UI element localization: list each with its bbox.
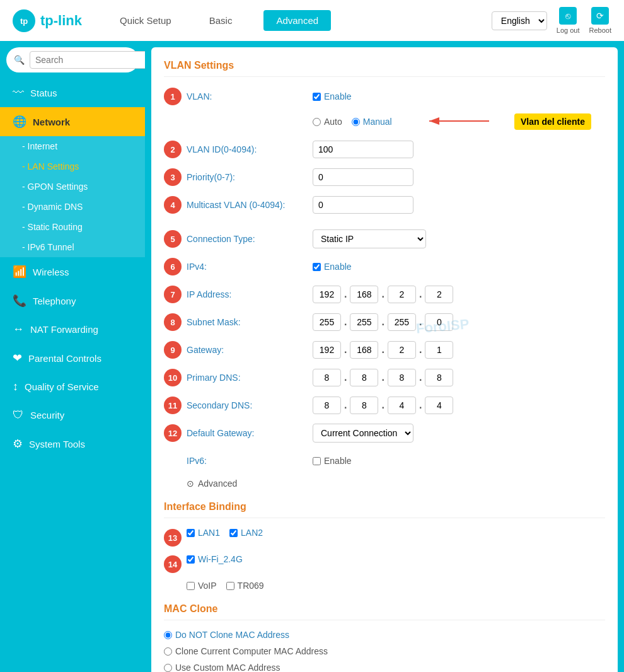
logout-button[interactable]: ⎋ Log out [557,7,580,34]
sidebar-item-network[interactable]: 🌐 Network [0,107,145,136]
sidebar-item-parental-controls[interactable]: ❤ Parental Controls [0,344,145,373]
default-gateway-select[interactable]: Current Connection [313,424,413,443]
mask-oct4[interactable] [425,313,453,331]
mac-do-not-clone-radio[interactable] [164,631,172,639]
header-right: English ⎋ Log out ⟳ Reboot [492,7,611,34]
ip-oct1[interactable] [313,286,341,303]
priority-value [313,168,605,186]
sidebar-item-telephony[interactable]: 📞 Telephony [0,286,145,315]
submenu-ipv6-tunnel[interactable]: - IPv6 Tunnel [0,237,145,257]
reboot-button[interactable]: ⟳ Reboot [589,7,611,34]
mac-use-custom-radio-label[interactable]: Use Custom MAC Address [164,663,280,672]
system-tools-icon: ⚙ [13,437,23,451]
voip-checkbox[interactable] [187,582,195,590]
ip-oct4[interactable] [425,286,453,303]
vlan-auto-radio[interactable] [313,118,321,126]
mask-oct2[interactable] [350,313,378,331]
connection-type-select[interactable]: Static IP Dynamic IP PPPoE [313,229,426,248]
gw-oct2[interactable] [350,341,378,359]
ip-address-value: . . . [313,286,605,303]
dns2-oct1[interactable] [313,397,341,414]
submenu-dynamic-dns[interactable]: - Dynamic DNS [0,197,145,217]
sidebar-item-nat-forwarding[interactable]: ↔ NAT Forwarding [0,315,145,344]
nav-advanced[interactable]: Advanced [263,10,331,31]
tr069-checkbox[interactable] [226,582,234,590]
step-badge-11: 11 [164,397,182,414]
step-5-row: 5 Connection Type: Static IP Dynamic IP … [164,229,605,249]
step-badge-9: 9 [164,341,182,359]
vlan-id-input[interactable] [313,141,413,158]
step-14-binding: Wi-Fi_2.4G [187,554,605,564]
network-icon: 🌐 [13,115,26,129]
mask-oct1[interactable] [313,313,341,331]
search-box[interactable]: 🔍 [6,47,139,72]
ipv4-enable-checkbox[interactable] [313,263,321,271]
nav-quick-setup[interactable]: Quick Setup [113,12,178,29]
sidebar-label-wireless: Wireless [33,267,69,277]
wifi24g-checkbox-label[interactable]: Wi-Fi_2.4G [187,554,243,564]
mac-do-not-clone-radio-label[interactable]: Do NOT Clone MAC Address [164,630,289,640]
submenu-static-routing[interactable]: - Static Routing [0,217,145,237]
dns1-oct2[interactable] [350,369,378,386]
gateway-label: Gateway: [187,345,313,355]
vlan-enable-checkbox-label[interactable]: Enable [313,91,352,101]
step-badge-3: 3 [164,168,182,186]
wifi24g-checkbox[interactable] [187,555,195,564]
gw-oct3[interactable] [388,341,416,359]
language-select[interactable]: English [492,11,547,30]
ipv6-enable-checkbox[interactable] [313,457,321,465]
step-14-row: 14 Wi-Fi_2.4G [164,554,605,573]
dns1-oct3[interactable] [388,369,416,386]
dns1-oct1[interactable] [313,369,341,386]
mac-option-clone-current: Clone Current Computer MAC Address [164,646,605,656]
search-input[interactable] [30,51,151,69]
step-1-row: 1 VLAN: Enable [164,86,605,107]
sidebar-label-network: Network [33,117,70,127]
lan2-checkbox[interactable] [229,529,238,537]
vlan-enable-checkbox[interactable] [313,93,321,101]
gw-oct1[interactable] [313,341,341,359]
gw-oct4[interactable] [425,341,453,359]
mac-use-custom-radio[interactable] [164,664,172,672]
sidebar-item-status[interactable]: 〰 Status [0,79,145,107]
svg-text:tp: tp [20,16,28,26]
advanced-toggle[interactable]: ⊙ Advanced [187,478,605,489]
submenu-internet[interactable]: - Internet [0,136,145,156]
interface-binding-section: Interface Binding 13 LAN1 LAN2 [164,501,605,591]
vlan-manual-radio-label[interactable]: Manual [352,117,392,127]
step-badge-12: 12 [164,424,182,442]
vlan-auto-radio-label[interactable]: Auto [313,117,342,127]
priority-input[interactable] [313,168,413,186]
mac-clone-current-radio-label[interactable]: Clone Current Computer MAC Address [164,646,328,656]
lan1-checkbox-label[interactable]: LAN1 [187,528,220,538]
ipv4-value: Enable [313,262,605,272]
voip-checkbox-label[interactable]: VoIP [187,581,217,591]
step-4-field: Multicast VLAN (0-4094): [187,195,605,215]
multicast-vlan-input[interactable] [313,196,413,214]
lan2-checkbox-label[interactable]: LAN2 [229,528,263,538]
ip-oct3[interactable] [388,286,416,303]
dns2-oct2[interactable] [350,397,378,414]
step-4-row: 4 Multicast VLAN (0-4094): [164,195,605,215]
submenu-gpon-settings[interactable]: - GPON Settings [0,177,145,197]
nav-basic[interactable]: Basic [203,12,239,29]
lan1-checkbox[interactable] [187,529,195,537]
gateway-value: . . . [313,341,605,359]
submenu-lan-settings[interactable]: - LAN Settings [0,156,145,177]
sidebar-item-security[interactable]: 🛡 Security [0,401,145,429]
step-badge-4: 4 [164,196,182,214]
dns2-oct3[interactable] [388,397,416,414]
sidebar-item-wireless[interactable]: 📶 Wireless [0,257,145,286]
ipv4-enable-label[interactable]: Enable [313,262,352,272]
dns2-oct4[interactable] [425,397,453,414]
ipv6-enable-label[interactable]: Enable [313,456,352,466]
sidebar-item-system-tools[interactable]: ⚙ System Tools [0,429,145,458]
tr069-checkbox-label[interactable]: TR069 [226,581,264,591]
sidebar-item-qos[interactable]: ↕ Quality of Service [0,373,145,401]
mask-oct3[interactable] [388,313,416,331]
dns1-oct4[interactable] [425,369,453,386]
mac-clone-current-radio[interactable] [164,647,172,656]
ip-oct2[interactable] [350,286,378,303]
vlan-manual-radio[interactable] [352,118,360,126]
vlan-mode-row: Auto Manual Vlan del cliente [187,112,605,132]
